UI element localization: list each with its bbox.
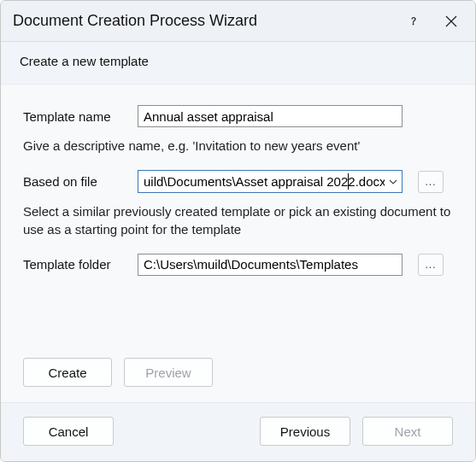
help-icon <box>408 15 420 27</box>
cancel-button[interactable]: Cancel <box>23 417 114 446</box>
preview-button[interactable]: Preview <box>124 358 213 387</box>
based-on-browse-button[interactable]: ... <box>418 171 444 193</box>
help-button[interactable] <box>395 4 432 38</box>
combobox-arrow[interactable] <box>385 171 402 192</box>
based-on-helper: Select a similar previously created temp… <box>23 203 453 238</box>
based-on-label: Based on file <box>23 174 138 189</box>
window-title: Document Creation Process Wizard <box>13 12 395 30</box>
template-name-row: Template name <box>23 105 453 127</box>
wizard-subtitle: Create a new template <box>1 42 475 84</box>
wizard-footer: Cancel Previous Next <box>1 403 475 461</box>
wizard-content: Template name Give a descriptive name, e… <box>1 84 475 403</box>
next-button[interactable]: Next <box>362 417 453 446</box>
content-actions: Create Preview <box>23 341 453 387</box>
close-icon <box>445 15 457 27</box>
template-name-label: Template name <box>23 109 138 124</box>
based-on-row: Based on file uild\Documents\Asset appra… <box>23 170 453 193</box>
template-name-helper: Give a descriptive name, e.g. 'Invitatio… <box>23 137 453 155</box>
wizard-window: Document Creation Process Wizard Create … <box>0 0 476 462</box>
footer-spacer <box>114 417 260 446</box>
template-name-input[interactable] <box>138 105 403 127</box>
chevron-down-icon <box>389 179 397 184</box>
text-caret <box>348 173 349 190</box>
titlebar: Document Creation Process Wizard <box>1 1 475 42</box>
create-button[interactable]: Create <box>23 358 112 387</box>
folder-browse-button[interactable]: ... <box>418 254 444 276</box>
close-button[interactable] <box>432 4 470 38</box>
previous-button[interactable]: Previous <box>260 417 350 446</box>
folder-row: Template folder ... <box>23 254 453 276</box>
folder-input[interactable] <box>138 254 403 276</box>
based-on-combobox[interactable]: uild\Documents\Asset appraisal 2022.docx <box>138 170 403 193</box>
folder-label: Template folder <box>23 257 138 272</box>
